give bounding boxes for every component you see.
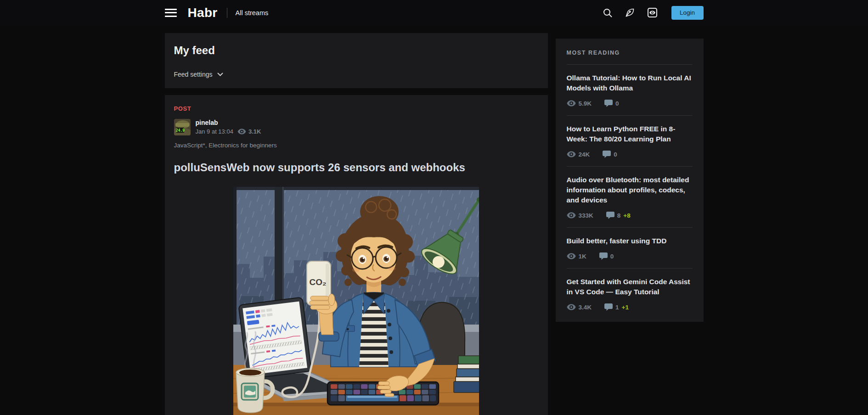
- hair-bun: [360, 196, 399, 227]
- comments-count: 0: [615, 100, 619, 107]
- window-frame-left: [233, 187, 237, 325]
- comment-icon: [603, 151, 611, 158]
- comment-icon: [606, 212, 614, 219]
- eye-icon: [237, 129, 246, 135]
- comment-icon: [604, 100, 613, 107]
- article-stats: 3.4K 1 +1: [567, 303, 693, 311]
- top-nav: Habr All streams L: [0, 0, 868, 25]
- eye-icon: [567, 100, 576, 107]
- eye-icon: [567, 151, 576, 157]
- most-reading-card: MOST READING Ollama Tutorial: How to Run…: [556, 39, 704, 322]
- post-card: POST 24.9 pinelab Jan 9 at 13:04: [165, 95, 548, 415]
- views-count: 5.9K: [579, 100, 592, 107]
- feed-settings-label: Feed settings: [174, 71, 213, 78]
- sidebar: MOST READING Ollama Tutorial: How to Run…: [556, 33, 704, 322]
- post-cover-illustration[interactable]: CO₂: [233, 187, 479, 415]
- post-date: Jan 9 at 13:04: [196, 128, 233, 135]
- article-title[interactable]: Build better, faster using TDD: [567, 236, 693, 246]
- login-button[interactable]: Login: [671, 6, 704, 20]
- list-item: How to Learn Python FREE in 8-Week: The …: [567, 124, 693, 158]
- article-title[interactable]: How to Learn Python FREE in 8-Week: The …: [567, 124, 693, 144]
- new-comments-count: +8: [623, 212, 630, 219]
- author-name[interactable]: pinelab: [196, 119, 261, 126]
- feed-header-card: My feed Feed settings: [165, 33, 548, 88]
- article-title[interactable]: Ollama Tutorial: How to Run Local AI Mod…: [567, 73, 693, 93]
- comments-count: 8: [617, 212, 621, 219]
- menu-icon[interactable]: [165, 8, 177, 17]
- most-reading-header: MOST READING: [567, 50, 693, 56]
- article-stats: 1K 0: [567, 252, 693, 260]
- eye-square-icon[interactable]: [647, 7, 658, 18]
- avatar-display-value: 24.9: [175, 129, 184, 133]
- article-stats: 333K 8 +8: [567, 212, 693, 219]
- eye-icon: [567, 212, 576, 219]
- avatar[interactable]: 24.9: [174, 119, 191, 135]
- divider: [567, 64, 693, 65]
- post-views: 3.1K: [237, 128, 261, 135]
- list-item: Audio over Bluetooth: most detailed info…: [567, 175, 693, 219]
- comments-count: 0: [610, 253, 614, 260]
- list-item: Get Started with Gemini Code Assist in V…: [567, 277, 693, 311]
- pen-icon[interactable]: [625, 7, 636, 18]
- nav-divider: [227, 8, 227, 18]
- article-title[interactable]: Audio over Bluetooth: most detailed info…: [567, 175, 693, 205]
- stream-selector[interactable]: All streams: [236, 9, 269, 17]
- article-stats: 5.9K 0: [567, 100, 693, 107]
- divider: [567, 166, 693, 167]
- post-hubs[interactable]: JavaScript*, Electronics for beginners: [174, 142, 539, 149]
- views-count: 333K: [579, 212, 593, 219]
- post-type-label: POST: [174, 105, 539, 112]
- comment-icon: [604, 303, 613, 311]
- comments-count: 1: [615, 304, 619, 311]
- comment-icon: [599, 252, 608, 260]
- list-item: Ollama Tutorial: How to Run Local AI Mod…: [567, 73, 693, 107]
- divider: [567, 115, 693, 116]
- window-frame-top: [233, 187, 479, 190]
- habr-logo[interactable]: Habr: [188, 6, 218, 20]
- new-comments-count: +1: [622, 304, 629, 311]
- article-stats: 24K 0: [567, 151, 693, 158]
- chevron-down-icon: [217, 73, 223, 76]
- eye-icon: [567, 304, 576, 310]
- post-views-count: 3.1K: [248, 128, 261, 135]
- post-author-row: 24.9 pinelab Jan 9 at 13:04 3.1K: [174, 119, 539, 135]
- post-title[interactable]: polluSensWeb now supports 26 sensors and…: [174, 161, 539, 174]
- feed-settings-toggle[interactable]: Feed settings: [174, 71, 223, 78]
- divider: [567, 268, 693, 269]
- page-title: My feed: [174, 44, 539, 57]
- views-count: 24K: [579, 151, 590, 158]
- comments-count: 0: [614, 151, 617, 158]
- list-item: Build better, faster using TDD 1K 0: [567, 236, 693, 260]
- eye-icon: [567, 253, 576, 259]
- search-icon[interactable]: [602, 7, 613, 18]
- main-column: My feed Feed settings POST 24.9: [165, 33, 548, 415]
- article-title[interactable]: Get Started with Gemini Code Assist in V…: [567, 277, 693, 297]
- device-label: CO₂: [310, 277, 327, 287]
- divider: [567, 227, 693, 228]
- views-count: 3.4K: [579, 304, 592, 311]
- views-count: 1K: [579, 253, 586, 260]
